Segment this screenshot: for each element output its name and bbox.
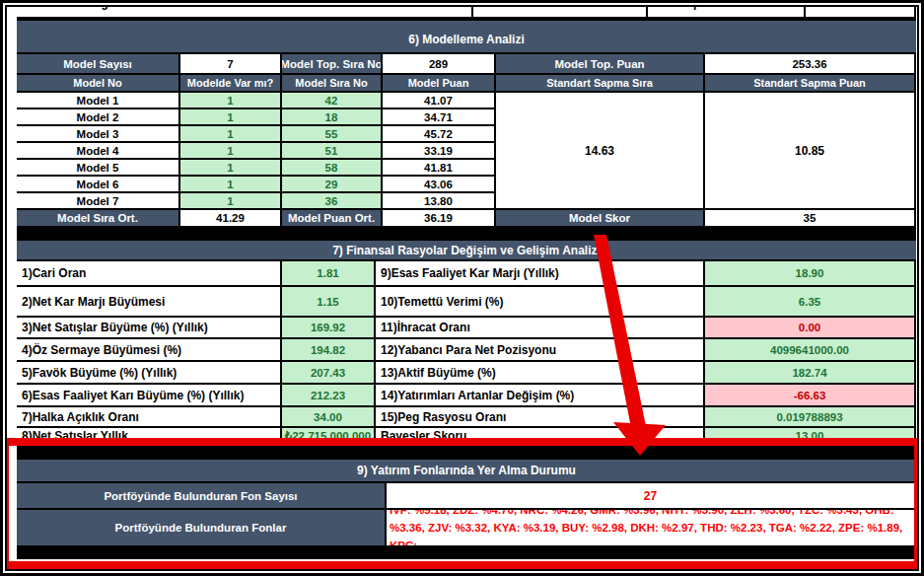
column-header-2: Model Sıra No <box>282 75 383 91</box>
model-var-cell[interactable]: 1 <box>180 193 282 210</box>
ratio-value[interactable]: 1.15 <box>282 287 376 318</box>
clipped-cell: Sıra Grp Analiz Puanı <box>648 6 806 17</box>
model-name-cell: Model 5 <box>17 160 180 177</box>
model-sira-cell[interactable]: 55 <box>282 126 383 143</box>
clipped-text: 20000/00000 <box>479 6 548 10</box>
model-var-cell[interactable]: 1 <box>180 126 282 143</box>
model-puan-ort-label: Model Puan Ort. <box>282 210 383 226</box>
model-sira-cell[interactable]: 36 <box>282 193 383 210</box>
ratio-value[interactable]: 6.35 <box>705 287 916 318</box>
ratio-label: Bayesler Skoru <box>376 428 705 445</box>
model-skor-value[interactable]: 35 <box>705 210 916 226</box>
model-skor-label: Model Skor <box>496 210 705 226</box>
ratio-label: 14)Yatırımları Artanlar Değişim (%) <box>376 385 705 407</box>
model-puan-cell[interactable]: 41.07 <box>383 93 496 109</box>
fonlar-row: Portföyünde Bulunduran Fonlar IVF: %5.18… <box>17 510 916 547</box>
model-var-cell[interactable]: 1 <box>180 143 282 160</box>
model-summary-row: Model Sayısı 7 Model Top. Sıra No 289 Mo… <box>17 54 916 75</box>
clipped-text: Net Vadeli Vergisi <box>23 6 121 10</box>
ratio-value[interactable]: 207.43 <box>282 362 376 385</box>
fonlar-value[interactable]: IVF: %5.18, ZDZ: %4.70, NRC: %4.26, GMR:… <box>387 510 916 545</box>
ratio-label: 1)Cari Oran <box>17 261 282 287</box>
ratio-label: 13)Aktif Büyüme (%) <box>376 362 705 385</box>
section9-header: 9) Yatırım Fonlarında Yer Alma Durumu <box>17 460 916 483</box>
clipped-cell: 73.55 <box>806 6 916 17</box>
model-sayisi-label: Model Sayısı <box>17 54 180 73</box>
fon-sayisi-row: Portföyünde Bulunduran Fon Sayısı 27 <box>17 483 916 510</box>
model-var-cell[interactable]: 1 <box>180 160 282 177</box>
ratio-value[interactable]: 169.92 <box>282 318 376 339</box>
ratio-value[interactable]: 18.90 <box>705 261 916 287</box>
model-top-sira-value[interactable]: 289 <box>383 54 496 73</box>
model-name-cell: Model 2 <box>17 109 180 126</box>
model-var-cell[interactable]: 1 <box>180 109 282 126</box>
model-puan-cell[interactable]: 34.71 <box>383 109 496 126</box>
financial-ratios-table: 1)Cari Oran1.819)Esas Faaliyet Kar Marjı… <box>17 261 916 445</box>
model-sayisi-value[interactable]: 7 <box>180 54 282 73</box>
model-table-body: 14.6310.85Model 114241.07Model 211834.71… <box>17 93 916 210</box>
column-header-4: Standart Sapma Sıra <box>496 75 705 91</box>
std-sapma-puan-value[interactable]: 10.85 <box>705 93 916 210</box>
clipped-cell: Net Vadeli Vergisi <box>17 6 473 17</box>
clipped-cell: 20000/00000 <box>473 6 648 17</box>
ratio-label: 8)Net Satışlar Yıllık <box>17 428 282 445</box>
clipped-text: 73.55 <box>837 6 867 10</box>
model-var-cell[interactable]: 1 <box>180 93 282 109</box>
model-puan-cell[interactable]: 43.06 <box>383 177 496 193</box>
ratio-label: 12)Yabancı Para Net Pozisyonu <box>376 339 705 362</box>
ratio-label: 11)İhracat Oranı <box>376 318 705 339</box>
model-top-puan-label: Model Top. Puan <box>496 54 705 73</box>
divider-band <box>17 547 916 559</box>
model-puan-ort-value[interactable]: 36.19 <box>383 210 496 226</box>
model-name-cell: Model 4 <box>17 143 180 160</box>
section6-header: 6) Modelleme Analizi <box>17 21 916 54</box>
ratio-value[interactable]: 1.81 <box>282 261 376 287</box>
ratio-value[interactable]: 4099641000.00 <box>705 339 916 362</box>
ratio-label: 5)Favök Büyüme (%) (Yıllık) <box>17 362 282 385</box>
model-puan-cell[interactable]: 41.81 <box>383 160 496 177</box>
column-header-1: Modelde Var mı? <box>180 75 282 91</box>
model-top-sira-label: Model Top. Sıra No <box>282 54 383 73</box>
ratio-value[interactable]: 194.82 <box>282 339 376 362</box>
column-header-0: Model No <box>17 75 180 91</box>
model-sira-cell[interactable]: 18 <box>282 109 383 126</box>
column-header-5: Standart Sapma Puan <box>705 75 916 91</box>
ratio-label: 3)Net Satışlar Büyüme (%) (Yıllık) <box>17 318 282 339</box>
ratio-label: 2)Net Kar Marjı Büyümesi <box>17 287 282 318</box>
ratio-label: 10)Temettü Verimi (%) <box>376 287 705 318</box>
analysis-sheet: Net Vadeli Vergisi 20000/00000 Sıra Grp … <box>17 6 916 559</box>
model-name-cell: Model 7 <box>17 193 180 210</box>
section7-header: 7) Finansal Rasyolar Değişim ve Gelişim … <box>17 241 916 261</box>
model-sira-cell[interactable]: 58 <box>282 160 383 177</box>
model-name-cell: Model 3 <box>17 126 180 143</box>
ratio-value[interactable]: 34.00 <box>282 407 376 428</box>
model-var-cell[interactable]: 1 <box>180 177 282 193</box>
ratio-label: 6)Esas Faaliyet Karı Büyüme (%) (Yıllık) <box>17 385 282 407</box>
model-name-cell: Model 1 <box>17 93 180 109</box>
fon-sayisi-value[interactable]: 27 <box>387 483 916 508</box>
ratio-value[interactable]: 13.00 <box>705 428 916 445</box>
model-sira-cell[interactable]: 29 <box>282 177 383 193</box>
model-sira-ort-value[interactable]: 41.29 <box>180 210 282 226</box>
ratio-value[interactable]: 182.74 <box>705 362 916 385</box>
std-sapma-sira-value[interactable]: 14.63 <box>496 93 705 210</box>
model-sira-cell[interactable]: 42 <box>282 93 383 109</box>
ratio-value[interactable]: 212.23 <box>282 385 376 407</box>
fonlar-label: Portföyünde Bulunduran Fonlar <box>17 510 387 545</box>
ratio-value[interactable]: 0.019788893 <box>705 407 916 428</box>
fon-sayisi-label: Portföyünde Bulunduran Fon Sayısı <box>17 483 387 508</box>
model-puan-cell[interactable]: 13.80 <box>383 193 496 210</box>
ratio-value[interactable]: -66.63 <box>705 385 916 407</box>
ratio-label: 9)Esas Faaliyet Kar Marjı (Yıllık) <box>376 261 705 287</box>
ratio-label: 7)Halka Açıklık Oranı <box>17 407 282 428</box>
model-sira-cell[interactable]: 51 <box>282 143 383 160</box>
model-table-header-row: Model NoModelde Var mı?Model Sıra NoMode… <box>17 75 916 93</box>
ratio-value[interactable]: ₺22.715.000.000 <box>282 428 376 445</box>
model-name-cell: Model 6 <box>17 177 180 193</box>
ratio-value[interactable]: 0.00 <box>705 318 916 339</box>
model-top-puan-value[interactable]: 253.36 <box>705 54 916 73</box>
clipped-text: Sıra Grp Analiz Puanı <box>654 6 774 10</box>
column-header-3: Model Puan <box>383 75 496 91</box>
model-puan-cell[interactable]: 45.72 <box>383 126 496 143</box>
model-puan-cell[interactable]: 33.19 <box>383 143 496 160</box>
